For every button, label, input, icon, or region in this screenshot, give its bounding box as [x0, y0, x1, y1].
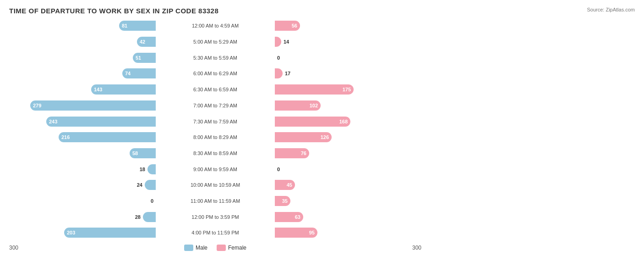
- male-value: 51: [136, 55, 141, 61]
- female-swatch: [217, 245, 226, 251]
- time-label: 7:00 AM to 7:29 AM: [156, 103, 275, 108]
- time-label: 8:00 AM to 8:29 AM: [156, 134, 275, 140]
- chart-row: 425:00 AM to 5:29 AM14: [9, 35, 635, 49]
- time-label: 6:30 AM to 6:59 AM: [156, 87, 275, 92]
- chart-row: 2034:00 PM to 11:59 PM95: [9, 226, 635, 240]
- right-bar-container: 63: [275, 212, 421, 222]
- female-value: 35: [282, 198, 288, 204]
- time-label: 4:00 PM to 11:59 PM: [156, 230, 275, 235]
- time-label: 7:30 AM to 7:59 AM: [156, 119, 275, 124]
- male-value: 243: [49, 119, 57, 124]
- right-bar-container: 35: [275, 196, 421, 206]
- male-value: 74: [125, 71, 131, 76]
- male-value: 203: [67, 230, 75, 235]
- time-label: 8:30 AM to 8:59 AM: [156, 150, 275, 156]
- chart-row: 8112:00 AM to 4:59 AM56: [9, 19, 635, 33]
- left-bar-container: 51: [9, 53, 156, 63]
- right-bar-container: 175: [275, 84, 421, 95]
- time-label: 9:00 AM to 9:59 AM: [156, 167, 275, 172]
- time-label: 5:00 AM to 5:29 AM: [156, 39, 275, 45]
- right-bar-container: 95: [275, 228, 421, 238]
- male-bar: 74: [122, 68, 156, 78]
- female-bar: 76: [275, 148, 309, 158]
- chart-row: 2797:00 AM to 7:29 AM102: [9, 99, 635, 112]
- male-value: 216: [61, 134, 70, 140]
- rows-wrapper: 8112:00 AM to 4:59 AM56425:00 AM to 5:29…: [9, 18, 635, 241]
- left-bar-container: 243: [9, 117, 156, 127]
- chart-row: 011:00 AM to 11:59 AM35: [9, 194, 635, 208]
- female-value: 14: [284, 39, 289, 45]
- female-value: 102: [310, 103, 318, 108]
- male-bar: 203: [64, 228, 156, 238]
- time-label: 11:00 AM to 11:59 AM: [156, 198, 275, 204]
- time-label: 10:00 AM to 10:59 AM: [156, 182, 275, 188]
- female-bar: 126: [275, 132, 332, 142]
- main-content: 8112:00 AM to 4:59 AM56425:00 AM to 5:29…: [9, 18, 635, 252]
- female-value: 0: [277, 55, 280, 61]
- chart-row: 515:30 AM to 5:59 AM0: [9, 51, 635, 65]
- time-label: 5:30 AM to 5:59 AM: [156, 55, 275, 61]
- legend-female: Female: [217, 245, 246, 251]
- female-value: 95: [309, 230, 315, 235]
- female-value: 126: [321, 134, 329, 140]
- right-bar-container: 14: [275, 37, 421, 47]
- legend: Male Female: [156, 245, 275, 251]
- chart-row: 2812:00 PM to 3:59 PM63: [9, 210, 635, 224]
- female-bar: [275, 37, 281, 47]
- right-bar-container: 17: [275, 68, 421, 78]
- chart-row: 1436:30 AM to 6:59 AM175: [9, 83, 635, 96]
- chart-row: 189:00 AM to 9:59 AM0: [9, 162, 635, 176]
- male-bar: 81: [119, 21, 156, 31]
- female-value: 168: [339, 119, 348, 124]
- male-value: 58: [132, 150, 138, 156]
- female-value: 175: [343, 87, 351, 92]
- left-bar-container: 28: [9, 212, 156, 222]
- left-bar-container: 216: [9, 132, 156, 142]
- left-bar-container: 81: [9, 21, 156, 31]
- right-bar-container: 76: [275, 148, 421, 158]
- male-value: 42: [140, 39, 145, 45]
- left-bar-container: 0: [9, 198, 156, 204]
- left-bar-container: 143: [9, 84, 156, 95]
- male-bar: 279: [30, 100, 156, 111]
- axis-center: Male Female: [156, 245, 275, 251]
- male-value: 18: [140, 167, 145, 172]
- female-bar: 102: [275, 100, 321, 111]
- right-bar-container: 168: [275, 117, 421, 127]
- female-value: 63: [295, 214, 300, 220]
- female-label: Female: [228, 245, 246, 251]
- male-value: 28: [135, 214, 141, 220]
- female-value: 45: [287, 182, 292, 188]
- left-bar-container: 24: [9, 180, 156, 190]
- male-value: 0: [151, 198, 153, 204]
- chart-row: 2168:00 AM to 8:29 AM126: [9, 130, 635, 144]
- left-bar-container: 74: [9, 68, 156, 78]
- left-bar-container: 279: [9, 100, 156, 111]
- female-bar: 168: [275, 117, 350, 127]
- female-bar: 175: [275, 84, 354, 95]
- time-label: 12:00 PM to 3:59 PM: [156, 214, 275, 220]
- female-value: 17: [285, 71, 290, 76]
- male-bar: 51: [133, 53, 156, 63]
- source-label: Source: ZipAtlas.com: [587, 7, 635, 12]
- female-bar: [275, 68, 283, 78]
- female-bar: 56: [275, 21, 300, 31]
- male-bar: 42: [137, 37, 156, 47]
- right-bar-container: 126: [275, 132, 421, 142]
- axis-right-label: 300: [275, 245, 421, 251]
- male-value: 279: [33, 103, 41, 108]
- legend-male: Male: [184, 245, 207, 251]
- right-bar-container: 102: [275, 100, 421, 111]
- right-bar-container: 45: [275, 180, 421, 190]
- chart-title: TIME OF DEPARTURE TO WORK BY SEX IN ZIP …: [9, 7, 635, 15]
- left-bar-container: 18: [9, 164, 156, 174]
- chart-row: 2437:30 AM to 7:59 AM168: [9, 115, 635, 128]
- female-value: 0: [277, 167, 280, 172]
- male-bar: 216: [59, 132, 156, 142]
- left-bar-container: 42: [9, 37, 156, 47]
- male-value: 143: [94, 87, 102, 92]
- axis-left-label: 300: [9, 245, 156, 251]
- chart-container: TIME OF DEPARTURE TO WORK BY SEX IN ZIP …: [0, 0, 644, 273]
- left-bar-container: 58: [9, 148, 156, 158]
- male-bar: [145, 180, 156, 190]
